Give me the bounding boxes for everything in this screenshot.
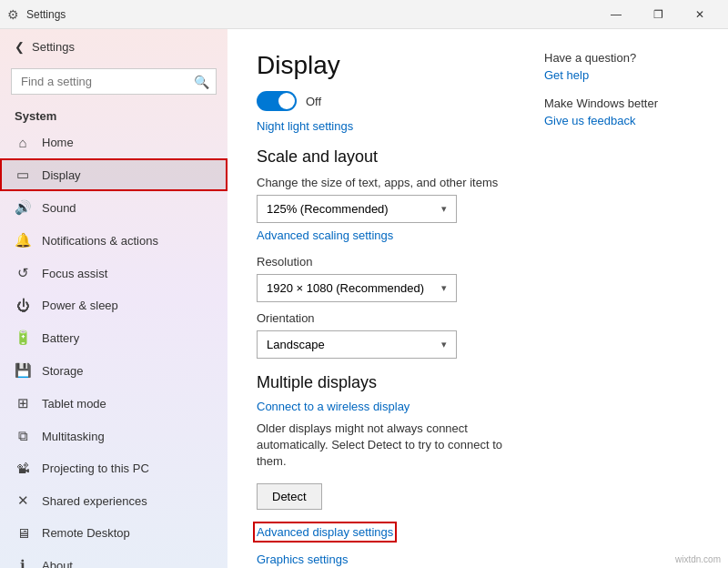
titlebar-title: Settings	[26, 8, 66, 21]
orientation-dropdown-value: Landscape	[267, 338, 325, 351]
sidebar-item-power[interactable]: ⏻ Power & sleep	[0, 289, 228, 321]
sidebar-item-label: Notifications & actions	[42, 234, 158, 248]
sidebar-item-shared[interactable]: ✕ Shared experiences	[0, 484, 228, 517]
aside-column: Have a question? Get help Make Windows b…	[517, 51, 699, 566]
scale-section-title: Scale and layout	[257, 147, 517, 167]
sidebar-item-storage[interactable]: 💾 Storage	[0, 354, 228, 387]
night-mode-toggle[interactable]	[257, 91, 297, 111]
sidebar-item-about[interactable]: ℹ About	[0, 549, 228, 568]
tablet-icon: ⊞	[15, 395, 31, 411]
sidebar-item-sound[interactable]: 🔊 Sound	[0, 191, 228, 224]
sidebar-item-notifications[interactable]: 🔔 Notifications & actions	[0, 224, 228, 257]
search-icon: 🔍	[194, 75, 209, 89]
page-title: Display	[257, 51, 517, 80]
display-icon: ▭	[15, 167, 31, 183]
sidebar-item-label: Storage	[42, 364, 84, 378]
app-container: ❮ Settings 🔍 System ⌂ Home ▭ Display 🔊 S…	[0, 29, 728, 568]
settings-icon: ⚙	[7, 7, 19, 22]
titlebar-left: ⚙ Settings	[7, 7, 66, 22]
remote-icon: 🖥	[15, 525, 31, 541]
sidebar-item-focus[interactable]: ↺ Focus assist	[0, 257, 228, 289]
sound-icon: 🔊	[15, 199, 31, 216]
sidebar: ❮ Settings 🔍 System ⌂ Home ▭ Display 🔊 S…	[0, 29, 228, 568]
search-input[interactable]	[11, 68, 217, 95]
sidebar-back-button[interactable]: ❮ Settings	[0, 29, 228, 65]
focus-icon: ↺	[15, 265, 31, 281]
multiple-displays-title: Multiple displays	[257, 373, 517, 392]
sidebar-item-label: Sound	[42, 201, 76, 215]
sidebar-item-label: Projecting to this PC	[42, 462, 149, 475]
titlebar: ⚙ Settings — ❐ ✕	[0, 0, 728, 29]
feedback-link[interactable]: Give us feedback	[544, 114, 699, 127]
projecting-icon: 📽	[15, 461, 31, 476]
sidebar-item-label: Home	[42, 136, 74, 149]
sidebar-search-container: 🔍	[11, 68, 217, 95]
scale-dropdown[interactable]: 125% (Recommended) ▾	[257, 195, 457, 223]
night-light-settings-link[interactable]: Night light settings	[257, 119, 353, 133]
sidebar-item-label: Remote Desktop	[42, 526, 130, 540]
restore-button[interactable]: ❐	[637, 0, 679, 29]
scale-field-label: Change the size of text, apps, and other…	[257, 176, 517, 189]
watermark: wixtdn.com	[675, 554, 721, 564]
sidebar-item-label: Power & sleep	[42, 299, 118, 312]
graphics-settings-link[interactable]: Graphics settings	[257, 553, 348, 566]
battery-icon: 🔋	[15, 330, 31, 346]
sidebar-item-label: Shared experiences	[42, 494, 147, 508]
resolution-dropdown-arrow: ▾	[441, 282, 447, 294]
sidebar-item-tablet[interactable]: ⊞ Tablet mode	[0, 387, 228, 420]
sidebar-item-label: About	[42, 559, 73, 569]
shared-icon: ✕	[15, 492, 31, 509]
sidebar-section-title: System	[0, 102, 228, 127]
sidebar-item-home[interactable]: ⌂ Home	[0, 127, 228, 158]
content-area: Display Off Night light settings Scale a…	[228, 29, 728, 568]
sidebar-item-label: Display	[42, 168, 81, 182]
toggle-knob	[278, 93, 295, 109]
orientation-field-label: Orientation	[257, 311, 517, 325]
sidebar-item-label: Focus assist	[42, 267, 107, 280]
sidebar-item-label: Battery	[42, 331, 79, 345]
home-icon: ⌂	[15, 135, 31, 150]
sidebar-item-multitasking[interactable]: ⧉ Multitasking	[0, 420, 228, 452]
close-button[interactable]: ✕	[679, 0, 721, 29]
minimize-button[interactable]: —	[595, 0, 637, 29]
back-icon: ❮	[15, 40, 25, 54]
titlebar-controls: — ❐ ✕	[595, 0, 721, 29]
notifications-icon: 🔔	[15, 232, 31, 248]
toggle-label: Off	[306, 95, 321, 108]
resolution-field-label: Resolution	[257, 255, 517, 269]
sidebar-item-display[interactable]: ▭ Display	[0, 158, 228, 191]
sidebar-item-label: Multitasking	[42, 430, 105, 443]
about-icon: ℹ	[15, 557, 31, 568]
question-title: Have a question?	[544, 51, 699, 65]
back-label: Settings	[32, 40, 75, 54]
detect-button[interactable]: Detect	[257, 483, 322, 510]
main-with-aside: Display Off Night light settings Scale a…	[257, 51, 699, 566]
sidebar-item-projecting[interactable]: 📽 Projecting to this PC	[0, 452, 228, 484]
night-mode-toggle-row: Off	[257, 91, 517, 111]
main-column: Display Off Night light settings Scale a…	[257, 51, 517, 566]
storage-icon: 💾	[15, 362, 31, 379]
multitasking-icon: ⧉	[15, 428, 31, 444]
displays-description: Older displays might not always connect …	[257, 421, 517, 471]
resolution-dropdown[interactable]: 1920 × 1080 (Recommended) ▾	[257, 274, 457, 302]
get-help-link[interactable]: Get help	[544, 68, 699, 82]
improve-title: Make Windows better	[544, 96, 699, 110]
sidebar-item-label: Tablet mode	[42, 397, 106, 411]
advanced-scaling-link[interactable]: Advanced scaling settings	[257, 228, 517, 242]
power-icon: ⏻	[15, 298, 31, 313]
orientation-dropdown-arrow: ▾	[441, 339, 447, 350]
wireless-display-link[interactable]: Connect to a wireless display	[257, 400, 517, 413]
sidebar-item-battery[interactable]: 🔋 Battery	[0, 321, 228, 354]
advanced-display-settings-link[interactable]: Advanced display settings	[257, 525, 393, 539]
orientation-dropdown[interactable]: Landscape ▾	[257, 330, 457, 359]
scale-dropdown-arrow: ▾	[441, 203, 447, 215]
sidebar-item-remote[interactable]: 🖥 Remote Desktop	[0, 517, 228, 549]
scale-dropdown-value: 125% (Recommended)	[267, 202, 389, 216]
resolution-dropdown-value: 1920 × 1080 (Recommended)	[267, 281, 424, 295]
